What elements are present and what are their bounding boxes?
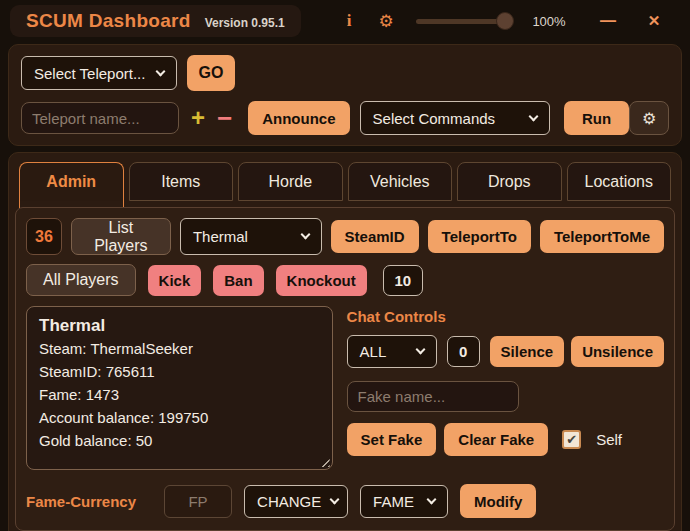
chat-channel-value: ALL xyxy=(360,343,387,360)
set-fake-button[interactable]: Set Fake xyxy=(347,423,437,456)
chat-controls-heading: Chat Controls xyxy=(347,308,664,325)
silence-duration-value[interactable]: 0 xyxy=(447,336,480,367)
steamid-button[interactable]: SteamID xyxy=(331,220,419,253)
zoom-slider[interactable] xyxy=(416,19,512,24)
commands-select-value: Select Commands xyxy=(373,110,496,127)
tab-strip: Admin Items Horde Vehicles Drops Locatio… xyxy=(15,162,675,201)
fp-amount-input[interactable] xyxy=(164,485,232,518)
zoom-slider-thumb[interactable] xyxy=(496,12,514,30)
teleport-select-value: Select Teleport... xyxy=(34,65,145,82)
player-info-line: Gold balance: 50 xyxy=(39,429,320,452)
teleport-to-me-button[interactable]: TeleportToMe xyxy=(540,220,664,253)
main-panel: Admin Items Horde Vehicles Drops Locatio… xyxy=(8,152,682,531)
run-button[interactable]: Run xyxy=(564,101,630,135)
player-count: 36 xyxy=(26,218,62,255)
announce-button[interactable]: Announce xyxy=(248,101,349,135)
chat-channel-select[interactable]: ALL xyxy=(347,335,437,368)
fake-name-input[interactable] xyxy=(347,381,519,412)
info-icon[interactable]: i xyxy=(332,11,366,31)
chevron-down-icon xyxy=(415,345,425,355)
add-teleport-icon[interactable]: + xyxy=(191,106,205,130)
clear-fake-button[interactable]: Clear Fake xyxy=(444,423,548,456)
settings-gear-icon[interactable]: ⚙ xyxy=(366,11,406,32)
tab-drops[interactable]: Drops xyxy=(457,162,562,201)
chevron-down-icon xyxy=(330,494,340,504)
knockout-duration-value[interactable]: 10 xyxy=(383,265,423,296)
tab-horde[interactable]: Horde xyxy=(238,162,343,201)
fame-currency-section: Fame-Currency CHANGE FAME Modify xyxy=(26,484,664,518)
teleport-select[interactable]: Select Teleport... xyxy=(21,56,177,90)
player-info-line: Account balance: 199750 xyxy=(39,406,320,429)
chevron-down-icon xyxy=(300,230,310,240)
chevron-down-icon xyxy=(156,66,166,76)
fame-currency-heading: Fame-Currency xyxy=(26,493,136,510)
fame-action-value: CHANGE xyxy=(257,493,321,510)
tab-locations[interactable]: Locations xyxy=(567,162,672,201)
app-title: SCUM Dashboard xyxy=(26,10,191,32)
gear-icon: ⚙ xyxy=(642,109,656,128)
player-info-line: SteamID: 765611 xyxy=(39,360,320,383)
knockout-button[interactable]: Knockout xyxy=(276,265,367,296)
zoom-percentage: 100% xyxy=(526,14,572,29)
title-badge: SCUM Dashboard Version 0.95.1 xyxy=(10,5,301,37)
list-players-button[interactable]: List Players xyxy=(71,218,171,255)
all-players-button[interactable]: All Players xyxy=(26,264,136,296)
ban-button[interactable]: Ban xyxy=(213,265,263,296)
command-settings-button[interactable]: ⚙ xyxy=(629,101,669,135)
self-checkbox[interactable]: ✔ xyxy=(562,430,581,449)
fame-type-value: FAME xyxy=(373,493,414,510)
fame-type-select[interactable]: FAME xyxy=(360,485,448,518)
tab-vehicles[interactable]: Vehicles xyxy=(348,162,453,201)
admin-tab-content: 36 List Players Thermal SteamID Teleport… xyxy=(15,207,675,531)
tab-admin[interactable]: Admin xyxy=(19,162,124,201)
fame-action-select[interactable]: CHANGE xyxy=(244,485,348,518)
silence-button[interactable]: Silence xyxy=(490,336,565,367)
player-info-line: Fame: 1473 xyxy=(39,383,320,406)
teleport-name-input[interactable] xyxy=(21,102,179,134)
chevron-down-icon xyxy=(427,494,437,504)
titlebar-controls: i ⚙ 100% — ✕ xyxy=(332,11,676,32)
teleport-to-button[interactable]: TeleportTo xyxy=(428,220,531,253)
commands-select[interactable]: Select Commands xyxy=(360,101,550,135)
teleport-command-panel: Select Teleport... GO + − Announce Selec… xyxy=(8,44,682,146)
remove-teleport-icon[interactable]: − xyxy=(217,105,232,131)
player-select[interactable]: Thermal xyxy=(180,218,322,255)
unsilence-button[interactable]: Unsilence xyxy=(571,336,664,367)
kick-button[interactable]: Kick xyxy=(148,265,202,296)
modify-button[interactable]: Modify xyxy=(460,484,536,518)
version-label: Version 0.95.1 xyxy=(205,16,285,30)
player-select-value: Thermal xyxy=(193,228,248,245)
player-info-line: Steam: ThermalSeeker xyxy=(39,337,320,360)
close-button[interactable]: ✕ xyxy=(632,12,676,30)
self-checkbox-label: Self xyxy=(596,431,622,448)
title-bar: SCUM Dashboard Version 0.95.1 i ⚙ 100% —… xyxy=(0,0,690,42)
minimize-button[interactable]: — xyxy=(586,12,630,30)
player-name: Thermal xyxy=(39,314,320,337)
chevron-down-icon xyxy=(528,111,538,121)
player-info-textarea[interactable]: Thermal Steam: ThermalSeeker SteamID: 76… xyxy=(26,306,333,470)
go-button[interactable]: GO xyxy=(187,55,235,91)
check-icon: ✔ xyxy=(566,432,577,447)
tab-items[interactable]: Items xyxy=(129,162,234,201)
chat-controls-section: Chat Controls ALL 0 Silence Unsilence Se… xyxy=(333,306,664,470)
